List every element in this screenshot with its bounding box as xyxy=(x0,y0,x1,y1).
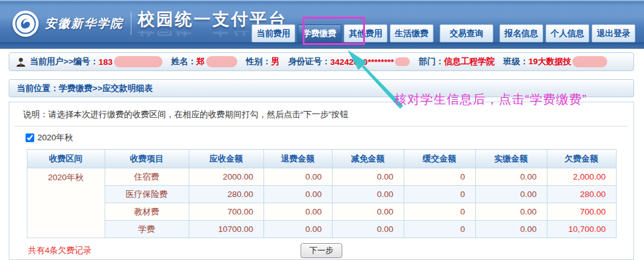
table-row: 教材费 700.00 0.00 0.00 0 0.00 700.00 xyxy=(27,203,616,221)
header-paid: 实缴金额 xyxy=(475,150,547,168)
header-bottom-strip xyxy=(0,42,644,49)
redaction-mark xyxy=(114,56,163,67)
main-nav: 当前费用 学费缴费 其他费用 生活缴费 交易查询 报名信息 个人信息 退出登录 xyxy=(249,24,635,42)
cell-refund: 0.00 xyxy=(263,186,332,203)
cell-item: 住宿费 xyxy=(105,168,189,186)
header-item: 收费项目 xyxy=(105,150,189,168)
cell-owed: 700.00 xyxy=(547,203,616,221)
period-checkbox-row: 2020年秋 xyxy=(9,127,633,143)
tab-registration-info[interactable]: 报名信息 xyxy=(500,24,543,42)
table-row: 医疗保险费 280.00 0.00 0.00 0 0.00 280.00 xyxy=(27,186,616,203)
field-id-number: 身份证号： 34242620******** xyxy=(288,56,410,67)
arrears-summary: 共有4条欠费记录 xyxy=(28,245,92,256)
tab-living-payment[interactable]: 生活缴费 xyxy=(390,24,433,42)
cell-waiver: 0.00 xyxy=(332,221,404,238)
school-logo-icon xyxy=(12,11,39,37)
school-name: 安徽新华学院 xyxy=(45,16,123,32)
tab-tuition-payment[interactable]: 学费缴费 xyxy=(298,24,341,42)
header-owed: 欠费金额 xyxy=(547,150,616,168)
cell-paid: 0.00 xyxy=(475,186,547,203)
table-row: 2020年秋 住宿费 2000.00 0.00 0.00 0 0.00 2,00… xyxy=(27,168,616,186)
tab-transaction-query[interactable]: 交易查询 xyxy=(440,24,493,42)
tab-current-fees[interactable]: 当前费用 xyxy=(252,24,295,42)
cell-due: 280.00 xyxy=(189,186,263,203)
brand-area: 安徽新华学院 校园统一支付平台 校园统一支付平台 xyxy=(12,8,287,39)
field-name: 姓名： 郑 xyxy=(171,56,237,67)
redaction-mark xyxy=(395,57,410,66)
cell-refund: 0.00 xyxy=(263,203,332,221)
cell-defer: 0 xyxy=(404,186,475,203)
period-checkbox[interactable] xyxy=(26,133,34,142)
user-icon xyxy=(16,57,26,67)
app-header: 安徽新华学院 校园统一支付平台 校园统一支付平台 当前费用 学费缴费 其他费用 … xyxy=(0,0,644,49)
cell-due: 10700.00 xyxy=(189,221,263,238)
table-header-row: 收费区间 收费项目 应收金额 退费金额 减免金额 缓交金额 实缴金额 欠费金额 xyxy=(27,150,616,168)
cell-waiver: 0.00 xyxy=(332,168,404,186)
redaction-mark xyxy=(206,56,237,67)
cell-due: 2000.00 xyxy=(189,168,263,186)
cell-owed: 2,000.00 xyxy=(547,168,616,186)
annotation-text: 核对学生信息后，点击“学费缴费” xyxy=(394,91,587,108)
cell-due: 700.00 xyxy=(189,203,263,221)
cell-item: 医疗保险费 xyxy=(105,186,189,203)
header-due: 应收金额 xyxy=(189,150,263,168)
cell-waiver: 0.00 xyxy=(332,186,404,203)
brand-divider xyxy=(131,12,131,35)
tab-personal-info[interactable]: 个人信息 xyxy=(546,24,589,42)
cell-paid: 0.00 xyxy=(475,168,547,186)
period-checkbox-label: 2020年秋 xyxy=(37,132,73,143)
cell-defer: 0 xyxy=(404,203,475,221)
cell-period: 2020年秋 xyxy=(27,168,105,238)
fee-table: 收费区间 收费项目 应收金额 退费金额 减免金额 缓交金额 实缴金额 欠费金额 … xyxy=(27,149,617,238)
cell-defer: 0 xyxy=(404,168,475,186)
user-info-bar: 当前用户>> 编号： 183 姓名： 郑 性别： 男 身份证号： 3424262… xyxy=(9,52,634,71)
field-student-id: 编号： 183 xyxy=(73,56,163,67)
cell-refund: 0.00 xyxy=(263,221,332,238)
field-gender: 性别： 男 xyxy=(246,56,280,67)
cell-defer: 0 xyxy=(404,221,475,238)
next-step-button[interactable]: 下一步 xyxy=(301,243,343,258)
cell-item: 学费 xyxy=(105,221,189,238)
cell-paid: 0.00 xyxy=(475,221,547,238)
content-panel: 说明：请选择本次进行缴费的收费区间，在相应的收费期间打勾，然后点击“下一步”按钮… xyxy=(9,102,634,260)
cell-waiver: 0.00 xyxy=(332,203,404,221)
table-footer-row: 共有4条欠费记录 下一步 xyxy=(9,243,633,258)
cell-owed: 10,700.00 xyxy=(547,221,616,238)
field-department: 部门： 信息工程学院 xyxy=(419,56,495,67)
cell-paid: 0.00 xyxy=(475,203,547,221)
header-period: 收费区间 xyxy=(27,150,105,168)
user-bar-prefix: 当前用户>> xyxy=(30,56,73,67)
header-refund: 退费金额 xyxy=(263,150,332,168)
table-row: 学费 10700.00 0.00 0.00 0 0.00 10,700.00 xyxy=(27,221,616,238)
field-class: 班级： 19大数据技 xyxy=(503,56,608,67)
cell-owed: 280.00 xyxy=(547,186,616,203)
header-waiver: 减免金额 xyxy=(332,150,404,168)
cell-refund: 0.00 xyxy=(263,168,332,186)
header-defer: 缓交金额 xyxy=(404,150,475,168)
tab-other-fees[interactable]: 其他费用 xyxy=(344,24,387,42)
tab-logout[interactable]: 退出登录 xyxy=(592,24,635,42)
redaction-mark xyxy=(572,56,607,67)
cell-item: 教材费 xyxy=(105,203,189,221)
